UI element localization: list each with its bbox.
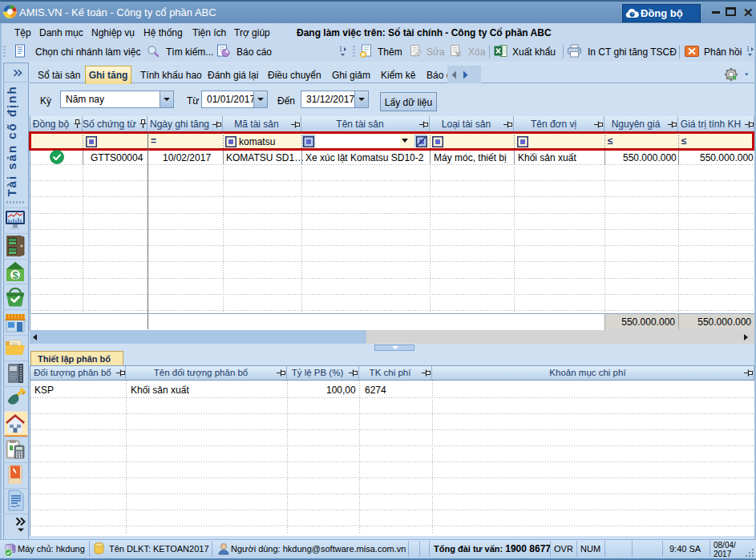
svg-text:$: $ [12, 269, 18, 281]
